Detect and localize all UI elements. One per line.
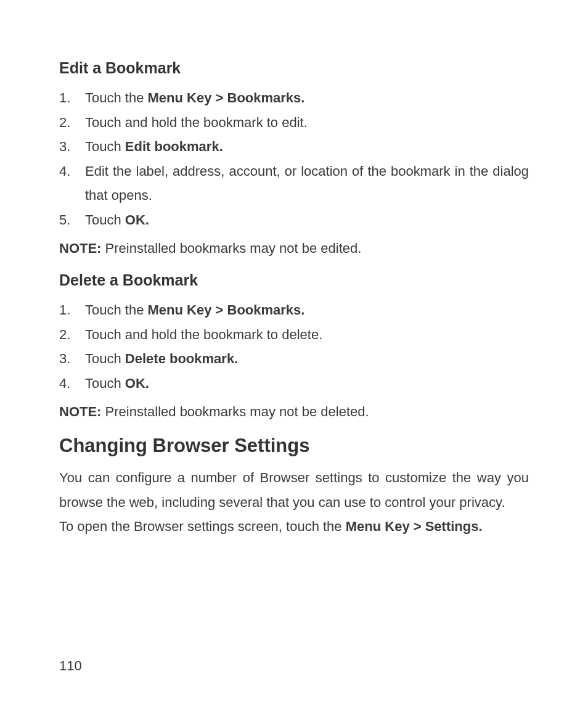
step-bold: Delete bookmark.: [125, 351, 238, 366]
note-label: NOTE:: [59, 404, 101, 419]
note-label: NOTE:: [59, 240, 101, 256]
edit-bookmark-steps: Touch the Menu Key > Bookmarks. Touch an…: [59, 86, 529, 232]
list-item: Touch Edit bookmark.: [59, 134, 529, 159]
step-text: Touch the: [85, 90, 148, 105]
heading-edit-bookmark: Edit a Bookmark: [59, 59, 529, 77]
settings-paragraph-2: To open the Browser settings screen, tou…: [59, 514, 529, 539]
list-item: Touch the Menu Key > Bookmarks.: [59, 298, 529, 323]
list-item: Touch and hold the bookmark to delete.: [59, 323, 529, 347]
step-bold: Menu Key > Bookmarks.: [148, 90, 305, 105]
heading-delete-bookmark: Delete a Bookmark: [59, 271, 529, 289]
edit-bookmark-note: NOTE: Preinstalled bookmarks may not be …: [59, 236, 529, 261]
delete-bookmark-steps: Touch the Menu Key > Bookmarks. Touch an…: [59, 298, 529, 395]
step-text: Touch: [85, 139, 125, 154]
heading-changing-browser-settings: Changing Browser Settings: [59, 435, 529, 457]
list-item: Touch and hold the bookmark to edit.: [59, 110, 529, 135]
step-bold: Edit bookmark.: [125, 139, 223, 154]
step-text: Edit the label, address, account, or loc…: [85, 163, 529, 203]
note-text: Preinstalled bookmarks may not be delete…: [101, 404, 369, 419]
settings-paragraph-1: You can configure a number of Browser se…: [59, 466, 529, 514]
step-text: Touch and hold the bookmark to edit.: [85, 115, 308, 130]
step-bold: OK.: [125, 212, 149, 228]
list-item: Edit the label, address, account, or loc…: [59, 159, 529, 208]
para-text: To open the Browser settings screen, tou…: [59, 519, 346, 534]
step-text: Touch and hold the bookmark to delete.: [85, 327, 322, 342]
step-text: Touch: [85, 212, 125, 228]
page-number: 110: [59, 658, 82, 674]
note-text: Preinstalled bookmarks may not be edited…: [101, 240, 361, 256]
manual-page: Edit a Bookmark Touch the Menu Key > Boo…: [0, 0, 588, 711]
delete-bookmark-note: NOTE: Preinstalled bookmarks may not be …: [59, 400, 529, 424]
step-text: Touch: [85, 376, 125, 391]
list-item: Touch Delete bookmark.: [59, 347, 529, 371]
step-bold: OK.: [125, 376, 149, 391]
para-bold: Menu Key > Settings.: [346, 519, 483, 534]
step-bold: Menu Key > Bookmarks.: [148, 302, 305, 318]
list-item: Touch OK.: [59, 371, 529, 396]
list-item: Touch the Menu Key > Bookmarks.: [59, 86, 529, 110]
step-text: Touch: [85, 351, 125, 366]
list-item: Touch OK.: [59, 208, 529, 232]
step-text: Touch the: [85, 302, 148, 318]
